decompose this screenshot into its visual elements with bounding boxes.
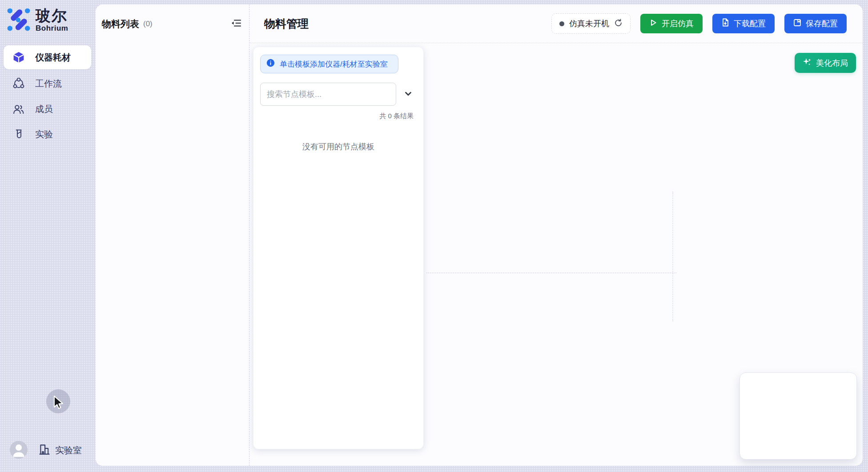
sidebar: 玻尔 Bohrium 仪器耗材 <box>0 0 96 472</box>
template-search-row <box>260 83 417 106</box>
template-panel: 单击模板添加仪器/耗材至实验室 共 0 条结果 <box>253 47 424 449</box>
minimap[interactable] <box>739 372 857 460</box>
sidebar-item-experiment[interactable]: 实验 <box>4 124 91 144</box>
sidebar-item-lab[interactable]: 实验室 <box>38 443 82 458</box>
bohrium-logo-icon <box>6 7 32 34</box>
workflow-icon <box>12 78 24 89</box>
brand[interactable]: 玻尔 Bohrium <box>6 7 68 34</box>
app-root: 玻尔 Bohrium 仪器耗材 <box>0 0 868 472</box>
canvas-guide-horizontal <box>426 272 676 273</box>
sidebar-item-label: 工作流 <box>35 78 62 90</box>
refresh-icon[interactable] <box>614 19 623 29</box>
users-icon <box>12 104 24 115</box>
play-icon <box>649 19 657 29</box>
button-label: 保存配置 <box>806 18 838 29</box>
save-icon <box>793 19 801 29</box>
result-count: 共 0 条结果 <box>260 112 417 120</box>
mouse-cursor-icon <box>52 396 66 412</box>
sidebar-footer: 实验室 <box>0 441 96 460</box>
brand-subtitle: Bohrium <box>36 24 68 33</box>
avatar[interactable] <box>10 441 28 459</box>
beautify-label: 美化布局 <box>816 58 848 68</box>
simulation-status-label: 仿真未开机 <box>569 18 609 29</box>
content-panel: 物料列表 (0) 物料管理 <box>96 4 863 466</box>
menu-fold-icon <box>230 18 242 30</box>
page-title: 物料管理 <box>264 16 309 31</box>
sidebar-item-label: 实验 <box>35 128 53 140</box>
beautify-layout-button[interactable]: 美化布局 <box>795 53 856 73</box>
button-label: 下载配置 <box>734 18 766 29</box>
hint-banner[interactable]: 单击模板添加仪器/耗材至实验室 <box>260 55 398 73</box>
file-download-icon <box>721 18 729 29</box>
canvas-guide-vertical <box>672 192 673 321</box>
sidebar-item-label: 仪器耗材 <box>35 52 71 64</box>
empty-templates-text: 没有可用的节点模板 <box>260 141 417 152</box>
flow-canvas[interactable]: 单击模板添加仪器/耗材至实验室 共 0 条结果 <box>250 44 863 466</box>
user-icon <box>10 441 28 459</box>
cube-icon <box>12 52 24 63</box>
brand-name: 玻尔 <box>36 8 68 24</box>
sidebar-item-workflow[interactable]: 工作流 <box>4 74 91 93</box>
page-header: 物料管理 仿真未开机 <box>250 4 863 43</box>
hint-text: 单击模板添加仪器/耗材至实验室 <box>280 59 388 69</box>
button-label: 开启仿真 <box>662 18 694 29</box>
test-tube-icon <box>12 129 24 140</box>
header-actions: 仿真未开机 <box>551 13 847 34</box>
sparkles-icon <box>803 57 812 68</box>
chevron-down-icon <box>403 89 413 100</box>
material-list-count: (0) <box>143 20 153 28</box>
expand-templates-button[interactable] <box>400 86 417 103</box>
sidebar-nav: 仪器耗材 工作流 <box>4 45 91 150</box>
material-list-title: 物料列表 <box>102 18 139 30</box>
status-dot-icon <box>559 21 564 26</box>
building-icon <box>38 443 51 458</box>
sidebar-item-instruments[interactable]: 仪器耗材 <box>4 45 91 69</box>
save-config-button[interactable]: 保存配置 <box>784 14 847 33</box>
template-search-input[interactable] <box>260 83 396 106</box>
simulation-status-pill[interactable]: 仿真未开机 <box>551 13 631 34</box>
start-simulation-button[interactable]: 开启仿真 <box>640 14 703 33</box>
main-panel: 物料管理 仿真未开机 <box>250 4 863 466</box>
sidebar-item-members[interactable]: 成员 <box>4 99 91 119</box>
sidebar-item-label: 成员 <box>35 103 53 115</box>
collapse-panel-button[interactable] <box>230 18 242 29</box>
material-list-header: 物料列表 (0) <box>96 4 249 30</box>
info-icon <box>266 59 275 69</box>
material-list-panel: 物料列表 (0) <box>96 4 249 466</box>
lab-label: 实验室 <box>55 444 82 456</box>
download-config-button[interactable]: 下载配置 <box>712 14 775 33</box>
